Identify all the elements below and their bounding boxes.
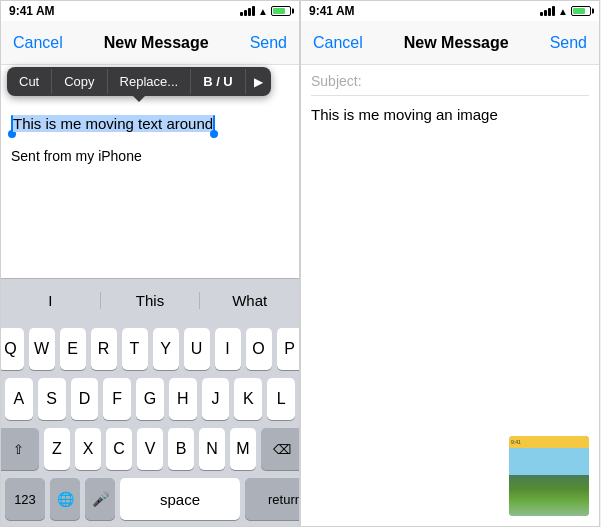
status-bar-right: 9:41 AM ▲ [301, 1, 599, 21]
key-z[interactable]: Z [44, 428, 70, 470]
key-j[interactable]: J [202, 378, 230, 420]
autocorrect-item-2[interactable]: What [200, 292, 299, 309]
nav-title-left: New Message [104, 34, 209, 52]
key-d[interactable]: D [71, 378, 99, 420]
thumbnail-photo-bg [509, 448, 589, 516]
keyboard-row-2: A S D F G H J K L [5, 378, 295, 420]
return-key[interactable]: return [245, 478, 300, 520]
signal-icon-right [540, 6, 555, 16]
status-icons-left: ▲ [240, 6, 291, 17]
handle-dot-right [210, 130, 218, 138]
sent-from-text: Sent from my iPhone [11, 148, 289, 164]
wifi-icon-right: ▲ [558, 6, 568, 17]
key-w[interactable]: W [29, 328, 55, 370]
signal-icon [240, 6, 255, 16]
wifi-icon: ▲ [258, 6, 268, 17]
key-g[interactable]: G [136, 378, 164, 420]
key-l[interactable]: L [267, 378, 295, 420]
key-e[interactable]: E [60, 328, 86, 370]
cancel-button-left[interactable]: Cancel [13, 34, 63, 52]
cursor-right-handle [213, 115, 215, 133]
key-f[interactable]: F [103, 378, 131, 420]
key-o[interactable]: O [246, 328, 272, 370]
thumbnail-status-bar: 9:41 [509, 436, 589, 448]
cancel-button-right[interactable]: Cancel [313, 34, 363, 52]
numbers-key[interactable]: 123 [5, 478, 45, 520]
keyboard: Q W E R T Y U I O P A S D F G H J K L ⇧ … [1, 322, 299, 526]
space-key[interactable]: space [120, 478, 240, 520]
keyboard-row-3: ⇧ Z X C V B N M ⌫ [5, 428, 295, 470]
key-t[interactable]: T [122, 328, 148, 370]
backspace-key[interactable]: ⌫ [261, 428, 300, 470]
status-icons-right: ▲ [540, 6, 591, 17]
subject-placeholder[interactable]: Subject: [311, 73, 589, 96]
key-b[interactable]: B [168, 428, 194, 470]
time-right: 9:41 AM [309, 4, 355, 18]
key-c[interactable]: C [106, 428, 132, 470]
globe-key[interactable]: 🌐 [50, 478, 80, 520]
key-x[interactable]: X [75, 428, 101, 470]
nav-bar-right: Cancel New Message Send [301, 21, 599, 65]
send-button-left[interactable]: Send [250, 34, 287, 52]
context-menu: Cut Copy Replace... B / U ▶ [7, 67, 271, 96]
key-m[interactable]: M [230, 428, 256, 470]
compose-area-right[interactable]: Subject: This is me moving an image 9:41 [301, 65, 599, 526]
battery-icon [271, 6, 291, 16]
context-menu-more-arrow[interactable]: ▶ [246, 70, 271, 94]
compose-area-left[interactable]: Cut Copy Replace... B / U ▶ This is me m… [1, 65, 299, 278]
keyboard-row-1: Q W E R T Y U I O P [5, 328, 295, 370]
battery-icon-right [571, 6, 591, 16]
cut-menu-item[interactable]: Cut [7, 69, 52, 94]
copy-menu-item[interactable]: Copy [52, 69, 107, 94]
key-p[interactable]: P [277, 328, 301, 370]
key-k[interactable]: K [234, 378, 262, 420]
key-n[interactable]: N [199, 428, 225, 470]
autocorrect-item-0[interactable]: I [1, 292, 101, 309]
key-u[interactable]: U [184, 328, 210, 370]
image-thumbnail[interactable]: 9:41 [509, 436, 589, 516]
thumbnail-image: 9:41 [509, 436, 589, 516]
replace-menu-item[interactable]: Replace... [108, 69, 192, 94]
key-y[interactable]: Y [153, 328, 179, 370]
key-i[interactable]: I [215, 328, 241, 370]
mic-key[interactable]: 🎤 [85, 478, 115, 520]
key-a[interactable]: A [5, 378, 33, 420]
key-r[interactable]: R [91, 328, 117, 370]
nav-title-right: New Message [404, 34, 509, 52]
key-h[interactable]: H [169, 378, 197, 420]
key-q[interactable]: Q [0, 328, 24, 370]
selected-text: This is me moving text around [13, 115, 213, 132]
key-s[interactable]: S [38, 378, 66, 420]
status-bar-left: 9:41 AM ▲ [1, 1, 299, 21]
right-message-text[interactable]: This is me moving an image [311, 104, 589, 125]
autocorrect-item-1[interactable]: This [101, 292, 201, 309]
format-menu-item[interactable]: B / U [191, 69, 246, 94]
keyboard-row-4: 123 🌐 🎤 space return [5, 478, 295, 520]
nav-bar-left: Cancel New Message Send [1, 21, 299, 65]
autocorrect-bar: I This What [1, 278, 299, 322]
time-left: 9:41 AM [9, 4, 55, 18]
right-phone-panel: 9:41 AM ▲ Cancel New Message Send Subjec… [300, 0, 600, 527]
left-phone-panel: 9:41 AM ▲ Cancel New Message Send Cut Co… [0, 0, 300, 527]
message-text-field[interactable]: This is me moving text around [11, 113, 289, 134]
key-v[interactable]: V [137, 428, 163, 470]
send-button-right[interactable]: Send [550, 34, 587, 52]
shift-key[interactable]: ⇧ [0, 428, 39, 470]
